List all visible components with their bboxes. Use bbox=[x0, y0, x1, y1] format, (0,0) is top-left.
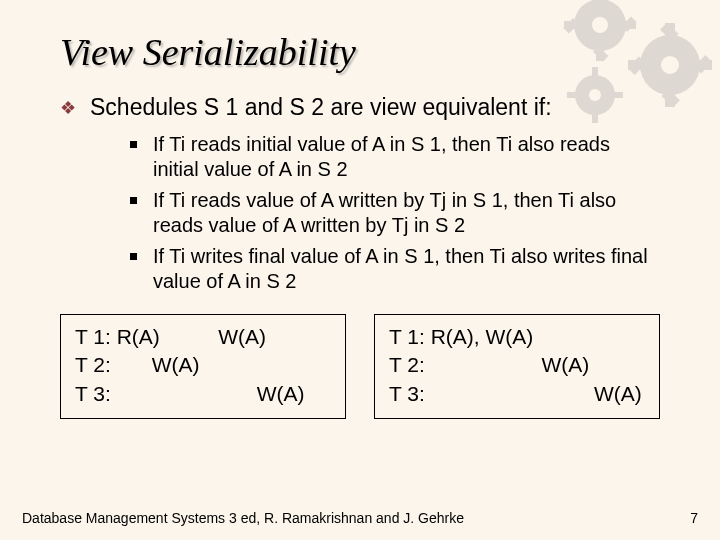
condition-item: If Ti writes final value of A in S 1, th… bbox=[130, 244, 660, 294]
condition-item: If Ti reads initial value of A in S 1, t… bbox=[130, 132, 660, 182]
condition-list: If Ti reads initial value of A in S 1, t… bbox=[130, 132, 660, 294]
condition-text: If Ti writes final value of A in S 1, th… bbox=[153, 244, 660, 294]
slide-body: View Serializability ❖ Schedules S 1 and… bbox=[0, 0, 720, 540]
slide-title: View Serializability bbox=[60, 30, 660, 74]
schedule-row: T 2: W(A) bbox=[75, 351, 331, 379]
diamond-bullet-icon: ❖ bbox=[60, 94, 76, 122]
schedule-row: T 3: W(A) bbox=[389, 380, 645, 408]
schedule-row: T 1: R(A), W(A) bbox=[389, 323, 645, 351]
condition-text: If Ti reads value of A written by Tj in … bbox=[153, 188, 660, 238]
page-number: 7 bbox=[690, 510, 698, 526]
schedule-right-box: T 1: R(A), W(A) T 2: W(A) T 3: W(A) bbox=[374, 314, 660, 419]
schedule-row: T 1: R(A) W(A) bbox=[75, 323, 331, 351]
square-bullet-icon bbox=[130, 253, 137, 260]
intro-line: ❖ Schedules S 1 and S 2 are view equival… bbox=[60, 94, 660, 122]
square-bullet-icon bbox=[130, 197, 137, 204]
slide-footer: Database Management Systems 3 ed, R. Ram… bbox=[22, 510, 698, 526]
condition-text: If Ti reads initial value of A in S 1, t… bbox=[153, 132, 660, 182]
footer-text: Database Management Systems 3 ed, R. Ram… bbox=[22, 510, 464, 526]
schedule-boxes: T 1: R(A) W(A) T 2: W(A) T 3: W(A) T 1: … bbox=[60, 314, 660, 419]
schedule-row: T 3: W(A) bbox=[75, 380, 331, 408]
schedule-row: T 2: W(A) bbox=[389, 351, 645, 379]
intro-text: Schedules S 1 and S 2 are view equivalen… bbox=[90, 94, 552, 121]
square-bullet-icon bbox=[130, 141, 137, 148]
condition-item: If Ti reads value of A written by Tj in … bbox=[130, 188, 660, 238]
schedule-left-box: T 1: R(A) W(A) T 2: W(A) T 3: W(A) bbox=[60, 314, 346, 419]
